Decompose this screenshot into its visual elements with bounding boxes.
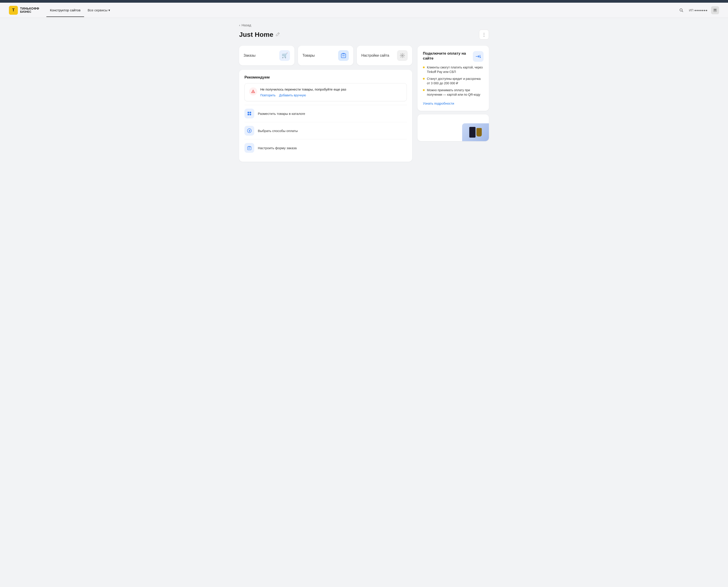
svg-text:₽: ₽ <box>249 130 251 132</box>
back-nav[interactable]: ‹ Назад <box>239 23 489 27</box>
bullet-dot-1 <box>423 67 425 68</box>
error-actions: Повторить Добавить вручную <box>260 93 402 97</box>
logo-icon: T <box>9 6 18 15</box>
order-form-icon <box>244 143 254 153</box>
phone-illustration <box>469 127 475 138</box>
retry-button[interactable]: Повторить <box>260 93 276 97</box>
settings-icon <box>397 50 408 61</box>
page-title: Just Home <box>239 31 280 38</box>
logo[interactable]: T ТИНЬКОФФ БИЗНЕС <box>9 6 39 15</box>
orders-label: Заказы <box>243 53 255 57</box>
top-bar <box>0 0 728 3</box>
svg-rect-16 <box>248 147 251 150</box>
learn-more-link[interactable]: Узнать подробности <box>423 101 454 105</box>
logo-line2: БИЗНЕС <box>20 10 39 14</box>
logo-text: ТИНЬКОФФ БИЗНЕС <box>20 7 39 14</box>
payment-title: Подключите оплату на сайте <box>423 51 473 61</box>
products-icon <box>338 50 349 61</box>
rec-payment-label: Выбрать способы оплаты <box>258 129 298 133</box>
user-icon <box>713 8 717 13</box>
back-chevron-icon: ‹ <box>239 23 240 27</box>
svg-point-9 <box>253 92 253 93</box>
rec-item-payment[interactable]: ₽ Выбрать способы оплаты <box>244 122 407 139</box>
search-button[interactable] <box>677 6 685 14</box>
payment-method-icon: ₽ <box>244 126 254 136</box>
payment-bullets: Клиенты смогут платить картой, через Tin… <box>423 65 484 97</box>
products-card[interactable]: Товары <box>298 46 353 65</box>
site-name: Just Home <box>239 31 273 38</box>
user-label: ИП ●●●●●●● <box>689 8 707 12</box>
payment-bullet-2: Станут доступны кредит и рассрочка от 3 … <box>423 77 484 86</box>
orders-card[interactable]: Заказы 🛒 <box>239 46 295 65</box>
svg-rect-12 <box>248 114 249 115</box>
content-layout: Заказы 🛒 Товары Настрой <box>239 46 489 162</box>
payment-bullet-3: Можно принимать оплату при получении — к… <box>423 88 484 97</box>
site-settings-card[interactable]: Настройки сайта <box>357 46 412 65</box>
main-nav: Конструктор сайтов Все сервисы ▾ <box>46 3 670 17</box>
back-label: Назад <box>241 23 251 27</box>
second-promo-card[interactable] <box>418 114 489 141</box>
svg-line-1 <box>682 11 683 12</box>
payment-header: Подключите оплату на сайте <box>423 51 484 62</box>
payment-bullet-1: Клиенты смогут платить картой, через Tin… <box>423 65 484 74</box>
error-notice: Не получилось перенести товары, попробуй… <box>244 83 407 101</box>
main-content: ‹ Назад Just Home ⋮ Заказы 🛒 <box>230 18 498 167</box>
more-options-button[interactable]: ⋮ <box>479 30 489 40</box>
payment-promo-icon <box>473 51 484 62</box>
svg-rect-4 <box>341 54 346 58</box>
cup-illustration <box>476 128 482 137</box>
edit-title-icon[interactable] <box>276 32 280 38</box>
rec-item-order-form[interactable]: Настроить форму заказа <box>244 139 407 156</box>
dropdown-chevron-icon: ▾ <box>109 8 110 12</box>
quick-actions: Заказы 🛒 Товары Настрой <box>239 46 412 65</box>
recommendations-card: Рекомендуем Не получилось перенести това… <box>239 70 412 162</box>
svg-rect-3 <box>714 9 716 10</box>
header: T ТИНЬКОФФ БИЗНЕС Конструктор сайтов Все… <box>0 3 728 18</box>
user-avatar[interactable] <box>711 6 719 14</box>
error-content: Не получилось перенести товары, попробуй… <box>260 88 402 97</box>
promo-card-illustration <box>462 123 489 141</box>
add-manual-button[interactable]: Добавить вручную <box>279 93 306 97</box>
right-sidebar: Подключите оплату на сайте Клиенты смогу… <box>418 46 489 162</box>
rec-item-catalog[interactable]: Разместить товары в каталоге <box>244 105 407 122</box>
rec-title: Рекомендуем <box>244 75 407 79</box>
bullet-dot-3 <box>423 89 425 91</box>
products-label: Товары <box>302 53 315 57</box>
error-icon <box>249 88 257 95</box>
rec-catalog-label: Разместить товары в каталоге <box>258 112 305 116</box>
nav-all-services[interactable]: Все сервисы ▾ <box>84 3 114 17</box>
svg-rect-13 <box>250 114 251 115</box>
logo-line1: ТИНЬКОФФ <box>20 7 39 10</box>
error-text: Не получилось перенести товары, попробуй… <box>260 88 402 91</box>
site-settings-label: Настройки сайта <box>361 53 389 57</box>
bullet-dot-2 <box>423 78 425 79</box>
catalog-icon <box>244 109 254 118</box>
search-icon <box>679 8 684 13</box>
nav-site-builder[interactable]: Конструктор сайтов <box>46 3 84 17</box>
rec-order-form-label: Настроить форму заказа <box>258 146 297 150</box>
svg-rect-11 <box>250 112 251 113</box>
user-info[interactable]: ИП ●●●●●●● <box>689 8 707 12</box>
page-title-row: Just Home ⋮ <box>239 30 489 40</box>
orders-icon: 🛒 <box>279 50 290 61</box>
payment-promo-card: Подключите оплату на сайте Клиенты смогу… <box>418 46 489 111</box>
left-column: Заказы 🛒 Товары Настрой <box>239 46 412 162</box>
header-right: ИП ●●●●●●● <box>677 6 719 14</box>
svg-point-7 <box>402 55 403 56</box>
svg-rect-10 <box>248 112 249 113</box>
